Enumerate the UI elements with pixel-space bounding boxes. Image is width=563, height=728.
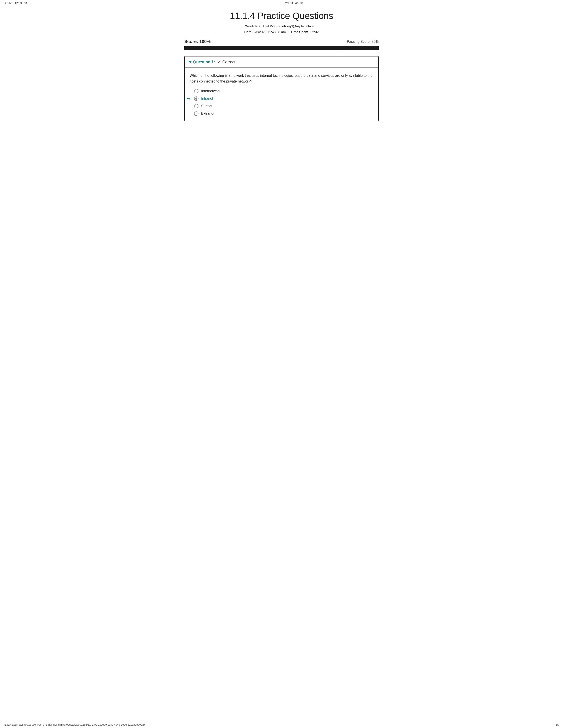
candidate-name: Ariel King [262,24,276,28]
main-content: 11.1.4 Practice Questions Candidate: Ari… [175,6,388,721]
score-label: Score: 100% [184,39,211,44]
radio-intranet[interactable] [194,96,198,101]
radio-subnet[interactable] [194,104,198,108]
date-row: Date: 2/5/2023 11:48:08 am • Time Spent:… [184,29,379,35]
list-item[interactable]: Subnet [194,104,373,108]
option-label-subnet: Subnet [201,104,212,108]
question-toggle[interactable]: Question 1: [189,60,215,64]
collapse-icon [189,61,192,63]
radio-inner [195,98,197,100]
date-value: 2/5/2023 11:48:08 am [253,30,286,34]
candidate-info: Candidate: Ariel King (arielking3@my.lad… [184,23,379,35]
list-item[interactable]: Internetwork [194,89,373,93]
footer-url: https://labsimapp.testout.com/v6_0_538/i… [4,723,145,726]
question-status: ✓ Correct [218,60,235,64]
radio-extranet[interactable] [194,111,198,116]
candidate-email: (arielking3@my.ladelta.edu) [277,24,319,28]
footer: https://labsimapp.testout.com/v6_0_538/i… [0,721,563,728]
progress-bar-marker [340,45,340,51]
footer-page: 1/7 [556,723,559,726]
list-item[interactable]: Extranet [194,111,373,116]
option-label-extranet: Extranet [201,112,214,116]
checkmark-icon: ✓ [218,60,221,64]
candidate-label: Candidate: [244,24,261,28]
app-name-label: TestOut LabSim [283,1,304,5]
passing-score-label: Passing Score: 80% [347,40,379,44]
progress-bar-fill [184,46,379,50]
correct-arrow-icon: ➡ [187,96,190,101]
answer-options: Internetwork ➡ Intranet Subnet [190,89,373,116]
radio-internetwork[interactable] [194,89,198,93]
candidate-row: Candidate: Ariel King (arielking3@my.lad… [184,23,379,29]
question-card: Question 1: ✓ Correct Which of the follo… [184,56,379,121]
time-spent-label: Time Spent: [291,30,310,34]
list-item[interactable]: ➡ Intranet [194,96,373,101]
top-bar: 2/19/23, 12:39 PM TestOut LabSim [0,0,563,6]
status-text: Correct [222,60,235,64]
option-label-intranet: Intranet [201,97,213,101]
question-number: Question 1: [193,60,215,64]
question-text: Which of the following is a network that… [190,73,373,84]
page-title: 11.1.4 Practice Questions [184,11,379,21]
progress-bar-container [184,46,379,50]
question-body: Which of the following is a network that… [185,68,378,121]
datetime-label: 2/19/23, 12:39 PM [4,1,27,5]
time-spent-value: 02:32 [311,30,319,34]
question-header[interactable]: Question 1: ✓ Correct [185,56,378,68]
score-section: Score: 100% Passing Score: 80% [184,39,379,44]
option-label-internetwork: Internetwork [201,89,220,93]
date-label: Date: [244,30,253,34]
